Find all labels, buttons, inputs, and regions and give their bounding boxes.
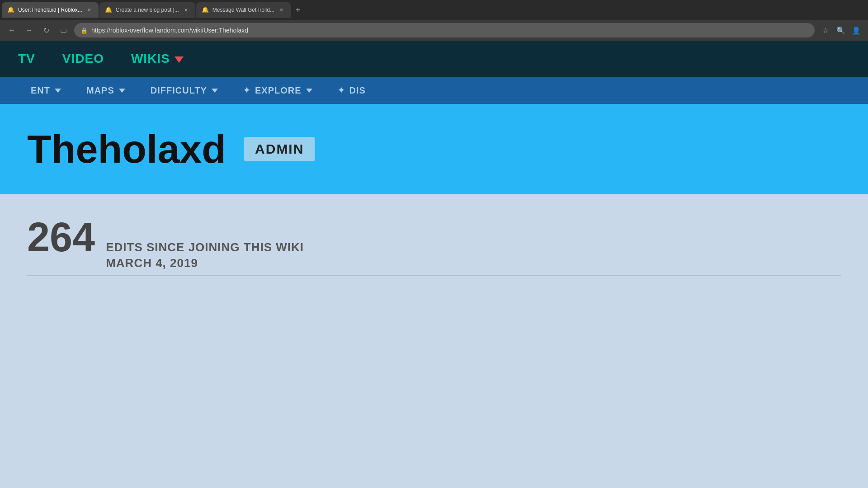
tab-3-close[interactable]: ✕ [278,6,285,14]
ent-dropdown-arrow [55,89,61,93]
search-icon[interactable]: 🔍 [835,24,847,37]
profile-icon[interactable]: 👤 [850,24,863,37]
tab-1-favicon: 🔔 [7,6,14,14]
nav-video[interactable]: VIDEO [62,52,104,66]
maps-dropdown-arrow [119,89,125,93]
sub-nav-maps[interactable]: MAPS [74,77,138,104]
tab-3[interactable]: 🔔 Message Wall:GetTrolld... ✕ [196,2,291,18]
admin-badge: ADMIN [244,137,315,161]
reload-button[interactable]: ↻ [40,24,52,37]
tab-2-close[interactable]: ✕ [183,6,190,14]
tab-2-title: Create a new blog post |... [116,7,179,13]
back-button[interactable]: ← [5,24,18,37]
stats-section: 264 EDITS SINCE JOINING THIS WIKI MARCH … [0,194,868,294]
sub-nav-ent[interactable]: ENT [18,77,74,104]
nav-wikis[interactable]: WIKIS [131,52,184,66]
stats-row: 264 EDITS SINCE JOINING THIS WIKI MARCH … [27,217,841,270]
difficulty-dropdown-arrow [212,89,218,93]
star-icon[interactable]: ☆ [819,24,832,37]
tab-3-title: Message Wall:GetTrolld... [212,7,274,13]
tab-1-close[interactable]: ✕ [86,6,93,14]
edit-count: 264 [27,217,95,258]
sub-nav-difficulty[interactable]: DIFFICULTY [138,77,231,104]
wiki-sub-nav: ENT MAPS DIFFICULTY ✦ EXPLORE ✦ DIS [0,77,868,104]
forward-button[interactable]: → [23,24,35,37]
address-text: https://roblox-overflow.fandom.com/wiki/… [91,27,808,34]
tab-1-title: User:Theholaxd | Roblox... [18,7,82,13]
profile-header: Theholaxd ADMIN [0,104,868,194]
tab-3-favicon: 🔔 [202,6,209,14]
explore-dropdown-arrow [306,89,312,93]
browser-chrome: 🔔 User:Theholaxd | Roblox... ✕ 🔔 Create … [0,0,868,41]
lock-icon: 🔒 [80,27,88,34]
toolbar-icons: ☆ 🔍 👤 [819,24,863,37]
sub-nav-dis[interactable]: ✦ DIS [325,77,378,104]
new-tab-button[interactable]: + [292,4,304,16]
fandom-top-nav: TV VIDEO WIKIS [0,41,868,77]
sub-nav-explore[interactable]: ✦ EXPLORE [231,77,325,104]
stat-labels: EDITS SINCE JOINING THIS WIKI MARCH 4, 2… [106,240,304,270]
tab-1[interactable]: 🔔 User:Theholaxd | Roblox... ✕ [2,2,99,18]
tab-2-favicon: 🔔 [105,6,112,14]
stat-label-edits: EDITS SINCE JOINING THIS WIKI [106,240,304,254]
explore-icon: ✦ [243,85,250,95]
tab-2[interactable]: 🔔 Create a new blog post |... ✕ [99,2,195,18]
profile-username: Theholaxd [27,129,226,169]
address-bar: ← → ↻ ▭ 🔒 https://roblox-overflow.fandom… [0,20,868,41]
page-content: TV VIDEO WIKIS ENT MAPS DIFFICULTY ✦ EXP… [0,41,868,294]
stat-label-date: MARCH 4, 2019 [106,256,304,270]
dis-icon: ✦ [338,85,345,95]
nav-tv[interactable]: TV [18,52,35,66]
stats-divider [27,275,841,276]
tab-bar: 🔔 User:Theholaxd | Roblox... ✕ 🔔 Create … [0,0,868,20]
home-button[interactable]: ▭ [57,24,70,37]
address-input-wrap[interactable]: 🔒 https://roblox-overflow.fandom.com/wik… [74,23,815,38]
wikis-dropdown-arrow [175,56,184,63]
